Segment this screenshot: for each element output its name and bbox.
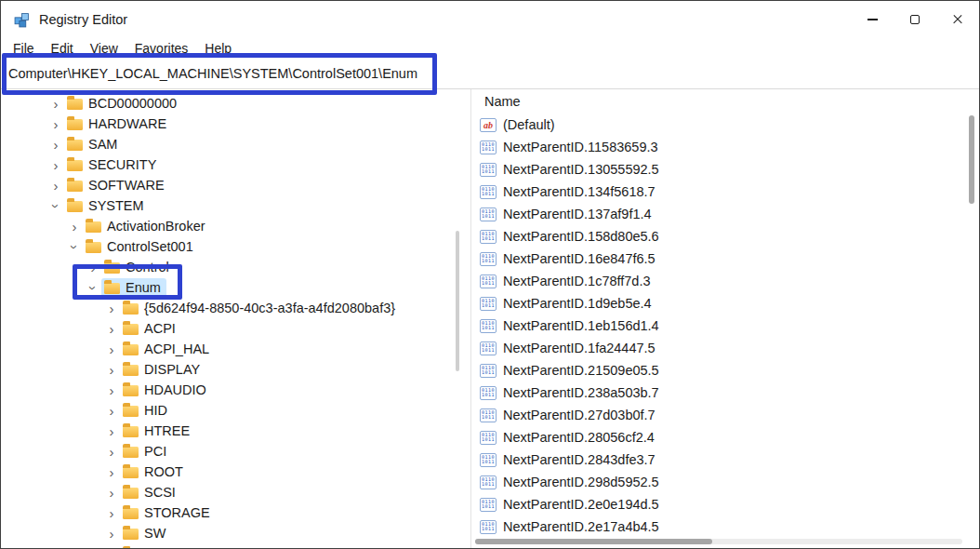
tree-item-activationbroker[interactable]: ›ActivationBroker bbox=[1, 216, 470, 236]
chevron-right-icon[interactable]: › bbox=[47, 158, 64, 172]
tree-item-storage[interactable]: ›STORAGE bbox=[1, 502, 470, 523]
registry-tree-pane: ›BCD00000000›HARDWARE›SAM›SECURITY›SOFTW… bbox=[1, 89, 470, 548]
chevron-right-icon[interactable]: › bbox=[103, 527, 120, 541]
name-column-header[interactable]: Name bbox=[471, 89, 979, 114]
minimize-button[interactable] bbox=[851, 1, 894, 38]
binary-value-icon: 01101011 bbox=[480, 408, 497, 422]
values-vscroll-thumb[interactable] bbox=[969, 115, 974, 204]
chevron-down-icon[interactable]: › bbox=[68, 238, 82, 255]
chevron-right-icon[interactable]: › bbox=[103, 301, 120, 315]
values-list: ab(Default)01101011NextParentID.11583659… bbox=[471, 114, 979, 538]
chevron-down-icon[interactable]: › bbox=[49, 197, 63, 214]
value-name: NextParentID.1fa24447.5 bbox=[503, 341, 656, 355]
tree-item-enum[interactable]: ›Enum bbox=[1, 277, 470, 298]
chevron-right-icon[interactable]: › bbox=[103, 363, 120, 377]
chevron-right-icon[interactable]: › bbox=[103, 547, 120, 549]
value-row-nextparentid-1eb156d1-4[interactable]: 01101011NextParentID.1eb156d1.4 bbox=[471, 315, 979, 337]
tree-item-bcd00000000[interactable]: ›BCD00000000 bbox=[1, 93, 470, 114]
value-row-nextparentid-158d80e5-6[interactable]: 01101011NextParentID.158d80e5.6 bbox=[471, 225, 979, 248]
values-hscroll-thumb[interactable] bbox=[475, 539, 712, 544]
tree-scrollbar-thumb[interactable] bbox=[456, 231, 459, 371]
value-row-nextparentid-1d9eb5e-4[interactable]: 01101011NextParentID.1d9eb5e.4 bbox=[471, 292, 979, 315]
address-input[interactable] bbox=[1, 59, 979, 88]
binary-value-icon: 01101011 bbox=[480, 163, 497, 177]
binary-value-icon: 01101011 bbox=[480, 498, 497, 512]
tree-node: SW bbox=[120, 524, 171, 543]
tree-item-security[interactable]: ›SECURITY bbox=[1, 154, 470, 175]
chevron-right-icon[interactable]: › bbox=[103, 445, 120, 459]
tree-item-display[interactable]: ›DISPLAY bbox=[1, 359, 470, 380]
menu-file[interactable]: File bbox=[5, 41, 43, 56]
tree-item-scsi[interactable]: ›SCSI bbox=[1, 482, 470, 502]
chevron-right-icon[interactable]: › bbox=[103, 486, 120, 500]
tree-item-control[interactable]: ›Control bbox=[1, 257, 470, 277]
value-row-nextparentid-28056cf2-4[interactable]: 01101011NextParentID.28056cf2.4 bbox=[471, 426, 979, 449]
menu-favorites[interactable]: Favorites bbox=[126, 41, 197, 56]
chevron-right-icon[interactable]: › bbox=[103, 404, 120, 418]
registry-tree: ›BCD00000000›HARDWARE›SAM›SECURITY›SOFTW… bbox=[1, 93, 470, 548]
chevron-right-icon[interactable]: › bbox=[47, 179, 64, 193]
menu-edit[interactable]: Edit bbox=[43, 41, 82, 56]
minimize-icon bbox=[867, 19, 878, 20]
chevron-right-icon[interactable]: › bbox=[103, 383, 120, 397]
chevron-right-icon[interactable]: › bbox=[85, 261, 101, 274]
tree-item-hid[interactable]: ›HID bbox=[1, 400, 470, 421]
value-name: NextParentID.1d9eb5e.4 bbox=[503, 296, 652, 311]
chevron-right-icon[interactable]: › bbox=[103, 465, 120, 479]
chevron-right-icon[interactable]: › bbox=[103, 342, 120, 356]
value-row-nextparentid-27d03b0f-7[interactable]: 01101011NextParentID.27d03b0f.7 bbox=[471, 404, 979, 426]
tree-node: SOFTWARE bbox=[64, 176, 170, 195]
value-row-nextparentid-1c78ff7d-3[interactable]: 01101011NextParentID.1c78ff7d.3 bbox=[471, 270, 979, 292]
tree-item-5d624f94-8850-40c3-a3fa-a4fd2080baf3[interactable]: ›{5d624f94-8850-40c3-a3fa-a4fd2080baf3} bbox=[1, 298, 470, 318]
tree-item-sam[interactable]: ›SAM bbox=[1, 134, 470, 154]
value-row-nextparentid-134f5618-7[interactable]: 01101011NextParentID.134f5618.7 bbox=[471, 181, 979, 203]
chevron-right-icon[interactable]: › bbox=[103, 506, 120, 520]
tree-item-swd[interactable]: ›SWD bbox=[1, 543, 470, 548]
tree-node: DISPLAY bbox=[120, 360, 205, 380]
binary-value-icon: 01101011 bbox=[480, 431, 497, 445]
tree-item-pci[interactable]: ›PCI bbox=[1, 441, 470, 462]
chevron-right-icon[interactable]: › bbox=[47, 97, 64, 111]
value-row-nextparentid-2e0e194d-5[interactable]: 01101011NextParentID.2e0e194d.5 bbox=[471, 493, 979, 516]
titlebar-left: Registry Editor bbox=[1, 12, 127, 28]
value-row-nextparentid-1fa24447-5[interactable]: 01101011NextParentID.1fa24447.5 bbox=[471, 337, 979, 359]
value-row-nextparentid-298d5952-5[interactable]: 01101011NextParentID.298d5952.5 bbox=[471, 471, 979, 493]
chevron-down-icon[interactable]: › bbox=[86, 279, 100, 296]
tree-item-root[interactable]: ›ROOT bbox=[1, 462, 470, 482]
chevron-right-icon[interactable]: › bbox=[47, 117, 64, 131]
menubar: File Edit View Favorites Help bbox=[1, 38, 979, 59]
menu-view[interactable]: View bbox=[82, 41, 126, 56]
value-row-nextparentid-238a503b-7[interactable]: 01101011NextParentID.238a503b.7 bbox=[471, 382, 979, 404]
tree-item-controlset001[interactable]: ›ControlSet001 bbox=[1, 236, 470, 257]
maximize-button[interactable] bbox=[894, 1, 936, 38]
tree-item-sw[interactable]: ›SW bbox=[1, 523, 470, 543]
tree-item-htree[interactable]: ›HTREE bbox=[1, 421, 470, 441]
menu-help[interactable]: Help bbox=[196, 41, 240, 56]
binary-value-icon: 01101011 bbox=[480, 341, 497, 355]
folder-icon bbox=[123, 385, 139, 396]
value-row-nextparentid-16e847f6-5[interactable]: 01101011NextParentID.16e847f6.5 bbox=[471, 248, 979, 270]
tree-item-acpi[interactable]: ›ACPI bbox=[1, 318, 470, 339]
tree-item-hardware[interactable]: ›HARDWARE bbox=[1, 114, 470, 134]
value-row-nextparentid-2843dfe3-7[interactable]: 01101011NextParentID.2843dfe3.7 bbox=[471, 449, 979, 471]
value-row-nextparentid-13055592-5[interactable]: 01101011NextParentID.13055592.5 bbox=[471, 158, 979, 181]
tree-item-label: Control bbox=[126, 260, 169, 274]
chevron-right-icon[interactable]: › bbox=[103, 322, 120, 336]
binary-value-icon: 01101011 bbox=[480, 252, 497, 266]
tree-item-acpi-hal[interactable]: ›ACPI_HAL bbox=[1, 339, 470, 359]
folder-icon bbox=[67, 201, 83, 212]
value-row-nextparentid-137af9f1-4[interactable]: 01101011NextParentID.137af9f1.4 bbox=[471, 203, 979, 225]
tree-item-system[interactable]: ›SYSTEM bbox=[1, 195, 470, 216]
tree-node: HID bbox=[120, 401, 173, 421]
close-button[interactable] bbox=[936, 1, 979, 38]
tree-node: {5d624f94-8850-40c3-a3fa-a4fd2080baf3} bbox=[120, 299, 401, 318]
tree-item-hdaudio[interactable]: ›HDAUDIO bbox=[1, 380, 470, 400]
binary-value-icon: 01101011 bbox=[480, 230, 497, 244]
value-row-nextparentid-11583659-3[interactable]: 01101011NextParentID.11583659.3 bbox=[471, 136, 979, 158]
tree-item-software[interactable]: ›SOFTWARE bbox=[1, 175, 470, 195]
chevron-right-icon[interactable]: › bbox=[66, 220, 83, 234]
chevron-right-icon[interactable]: › bbox=[103, 424, 120, 438]
value-row-nextparentid-21509e05-5[interactable]: 01101011NextParentID.21509e05.5 bbox=[471, 359, 979, 382]
value-row-default[interactable]: ab(Default) bbox=[471, 114, 979, 136]
chevron-right-icon[interactable]: › bbox=[47, 138, 64, 152]
